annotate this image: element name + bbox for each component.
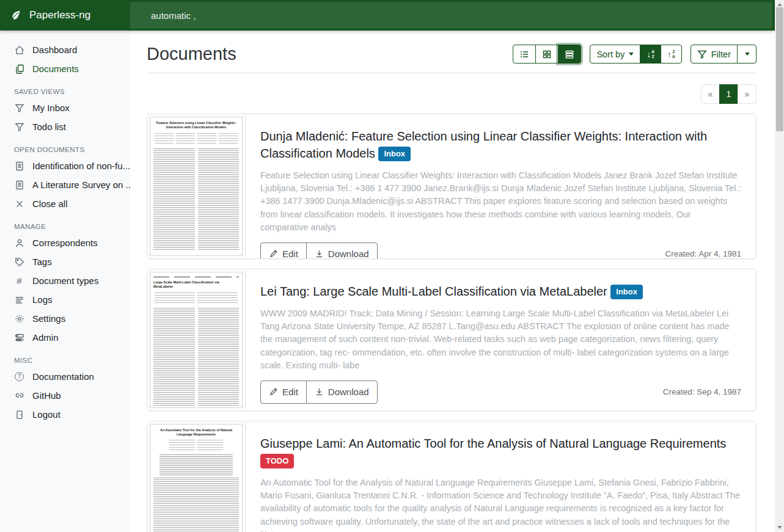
document-card-footer: Edit Download Created: Apr 4, 1981 xyxy=(260,234,741,259)
thumbnail-text-block xyxy=(153,478,239,532)
document-title-text: Lei Tang: Large Scale Multi-Label Classi… xyxy=(260,285,607,298)
sort-descending-button[interactable]: ↓AZ xyxy=(640,45,661,64)
sidebar-item-label: Logout xyxy=(32,409,60,420)
sidebar-item-admin[interactable]: Admin xyxy=(0,328,130,347)
document-preview-text: WWW 2009 MADRID! Track: Data Mining / Se… xyxy=(260,307,741,372)
document-title[interactable]: Lei Tang: Large Scale Multi-Label Classi… xyxy=(260,283,741,300)
download-button[interactable]: Download xyxy=(306,381,378,404)
sidebar-item-my-inbox[interactable]: My Inbox xyxy=(0,98,130,117)
thumbnail-page: Feature Selection using Linear Classifie… xyxy=(150,117,243,256)
view-details-button[interactable] xyxy=(558,45,581,64)
view-list-button[interactable] xyxy=(513,45,536,64)
top-navbar: Paperless-ng xyxy=(0,0,775,31)
pagination: « 1 » xyxy=(147,84,757,104)
sort-down-az-icon: ↓AZ xyxy=(647,49,654,58)
sidebar-item-label: Logs xyxy=(32,294,53,305)
document-card-footer: Edit Download Created: Sep 4, 1987 xyxy=(260,372,741,404)
sidebar-item-todo-list[interactable]: Todo list xyxy=(0,117,130,136)
edit-button[interactable]: Edit xyxy=(260,242,307,259)
scrollbar-up-arrow-icon[interactable] xyxy=(777,3,782,6)
thumbnail-text-columns xyxy=(153,308,239,406)
chevron-down-icon xyxy=(629,53,634,56)
sidebar-item-documentation[interactable]: ? Documentation xyxy=(0,367,130,386)
thumbnail-page: Large Scale Multi-Label Classification v… xyxy=(150,272,243,408)
hash-icon: # xyxy=(14,275,24,286)
view-grid-button[interactable] xyxy=(535,45,559,64)
sidebar-item-logout[interactable]: Logout xyxy=(0,405,130,424)
pagination-next-button[interactable]: » xyxy=(738,84,757,104)
thumbnail-header-line xyxy=(153,276,239,278)
edit-button[interactable]: Edit xyxy=(260,381,307,404)
sidebar-item-label: My Inbox xyxy=(32,103,70,113)
tag-badge[interactable]: Inbox xyxy=(610,285,643,299)
sidebar-item-label: Close all xyxy=(32,199,68,209)
download-button[interactable]: Download xyxy=(306,242,378,259)
chevron-down-icon xyxy=(745,53,750,56)
filter-button[interactable]: Filter xyxy=(691,45,738,64)
scrollbar-thumb[interactable] xyxy=(776,7,783,131)
sidebar-item-open-doc-2[interactable]: A Literature Survey on ... xyxy=(0,175,130,194)
document-card-body: Dunja Mladenić: Feature Selection using … xyxy=(246,114,756,258)
tag-badge[interactable]: TODO xyxy=(260,454,294,468)
download-icon xyxy=(315,387,324,396)
edit-label: Edit xyxy=(282,249,298,259)
documents-toolbar: Sort by ↓AZ ↑ZA Filter xyxy=(513,45,757,64)
document-preview-text: Feature Selection using Linear Classifie… xyxy=(260,169,741,234)
pagination-prev-button[interactable]: « xyxy=(701,84,720,104)
sidebar-item-dashboard[interactable]: Dashboard xyxy=(0,40,130,59)
sort-up-za-icon: ↑ZA xyxy=(667,49,675,58)
document-thumbnail[interactable]: Feature Selection using Linear Classifie… xyxy=(147,114,246,258)
filter-dropdown-button[interactable] xyxy=(737,45,757,64)
sidebar-item-label: Admin xyxy=(32,332,59,343)
sidebar-heading-manage: MANAGE xyxy=(0,213,130,233)
page-title: Documents xyxy=(147,44,236,64)
thumbnail-page: An Automatic Tool for the Analysis of Na… xyxy=(150,424,243,532)
filter-group: Filter xyxy=(691,45,757,64)
download-icon xyxy=(315,249,324,258)
sidebar-item-label: A Literature Survey on ... xyxy=(32,180,130,190)
document-card: Feature Selection using Linear Classifie… xyxy=(147,114,757,259)
sidebar-item-close-all[interactable]: Close all xyxy=(0,194,130,213)
close-icon xyxy=(14,199,24,209)
app-brand[interactable]: Paperless-ng xyxy=(0,9,130,22)
gear-icon xyxy=(14,313,24,324)
filter-icon xyxy=(14,122,24,132)
filter-label: Filter xyxy=(711,49,731,59)
pencil-icon xyxy=(269,249,278,258)
person-icon xyxy=(14,238,24,248)
sidebar-item-logs[interactable]: Logs xyxy=(0,290,130,309)
document-title[interactable]: Dunja Mladenić: Feature Selection using … xyxy=(260,128,741,162)
details-view-icon xyxy=(565,49,574,59)
sidebar: Dashboard Documents SAVED VIEWS My Inbox… xyxy=(0,31,130,532)
tag-badge[interactable]: Inbox xyxy=(378,147,411,161)
documents-icon xyxy=(14,64,24,74)
filter-icon xyxy=(14,103,24,113)
thumbnail-title: Large Scale Multi-Label Classification v… xyxy=(153,280,239,290)
sort-ascending-button[interactable]: ↑ZA xyxy=(661,45,682,64)
pagination-page-1-button[interactable]: 1 xyxy=(719,84,738,104)
scrollbar-down-arrow-icon[interactable] xyxy=(777,526,782,529)
pencil-icon xyxy=(269,387,278,396)
link-icon xyxy=(14,390,24,401)
sort-by-dropdown[interactable]: Sort by xyxy=(590,45,640,64)
sidebar-item-correspondents[interactable]: Correspondents xyxy=(0,233,130,252)
sidebar-item-open-doc-1[interactable]: Identification of non-fu... xyxy=(0,156,130,175)
sidebar-item-github[interactable]: GitHub xyxy=(0,386,130,405)
document-title[interactable]: Giuseppe Lami: An Automatic Tool for the… xyxy=(260,435,741,469)
sidebar-item-documents[interactable]: Documents xyxy=(0,59,130,78)
sidebar-item-label: Identification of non-fu... xyxy=(32,161,130,171)
document-thumbnail[interactable]: Large Scale Multi-Label Classification v… xyxy=(147,269,246,410)
sidebar-heading-open-documents: OPEN DOCUMENTS xyxy=(0,136,130,156)
sidebar-item-label: Tags xyxy=(32,257,52,267)
window-scrollbar[interactable] xyxy=(775,0,784,532)
door-icon xyxy=(14,409,24,420)
sidebar-item-label: Document types xyxy=(32,275,98,286)
global-search-input[interactable] xyxy=(130,2,772,29)
leaf-logo-icon xyxy=(9,9,23,22)
document-thumbnail[interactable]: An Automatic Tool for the Analysis of Na… xyxy=(147,421,246,532)
sidebar-item-tags[interactable]: Tags xyxy=(0,252,130,271)
sidebar-item-label: Dashboard xyxy=(32,45,77,55)
view-mode-group xyxy=(513,45,581,64)
sidebar-item-document-types[interactable]: # Document types xyxy=(0,271,130,290)
sidebar-item-settings[interactable]: Settings xyxy=(0,309,130,328)
